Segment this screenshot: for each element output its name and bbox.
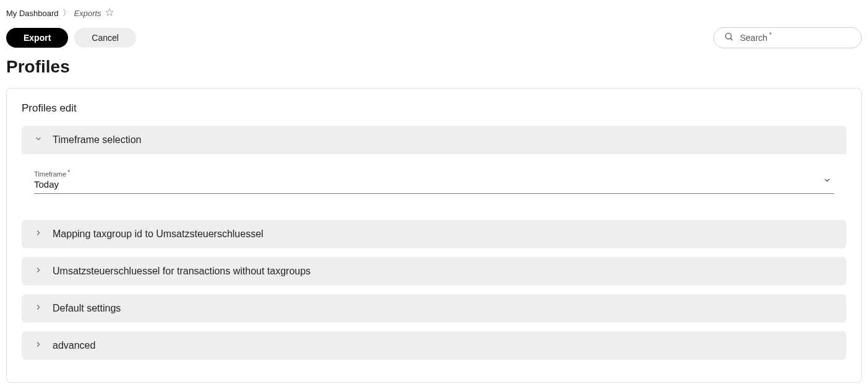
section-mapping-title: Mapping taxgroup id to Umsatzsteuerschlu… xyxy=(53,229,264,240)
section-advanced: advanced xyxy=(22,331,846,360)
breadcrumb: My Dashboard 〉 Exports xyxy=(6,6,862,25)
search-field[interactable]: Search* xyxy=(713,27,862,48)
cancel-button[interactable]: Cancel xyxy=(74,28,136,48)
breadcrumb-current[interactable]: Exports xyxy=(74,9,101,18)
export-button[interactable]: Export xyxy=(6,28,68,48)
page-title: Profiles xyxy=(6,57,862,77)
profiles-card: Profiles edit Timeframe selection Timefr… xyxy=(6,88,862,383)
breadcrumb-separator: 〉 xyxy=(62,7,71,19)
svg-line-2 xyxy=(731,38,733,40)
favorite-star-icon[interactable] xyxy=(105,8,114,19)
section-defaults-header[interactable]: Default settings xyxy=(22,294,846,323)
chevron-right-icon xyxy=(34,303,43,314)
svg-point-1 xyxy=(726,33,731,39)
section-umsatz-header[interactable]: Umsatzsteuerschluessel for transactions … xyxy=(22,257,846,286)
section-umsatz-title: Umsatzsteuerschluessel for transactions … xyxy=(53,266,311,277)
timeframe-field-label: Timeframe* xyxy=(34,170,834,178)
chevron-down-icon xyxy=(823,176,831,187)
search-placeholder-label: Search* xyxy=(740,33,771,43)
section-advanced-title: advanced xyxy=(53,340,95,351)
card-title: Profiles edit xyxy=(22,102,846,115)
section-timeframe-header[interactable]: Timeframe selection xyxy=(22,126,846,154)
section-defaults-title: Default settings xyxy=(53,303,121,314)
section-defaults: Default settings xyxy=(22,294,846,323)
section-timeframe-body: Timeframe* Today xyxy=(22,154,846,211)
timeframe-select[interactable]: Timeframe* Today xyxy=(34,169,834,194)
section-umsatz: Umsatzsteuerschluessel for transactions … xyxy=(22,257,846,286)
section-timeframe: Timeframe selection Timeframe* Today xyxy=(22,126,846,211)
chevron-right-icon xyxy=(34,340,43,351)
section-advanced-header[interactable]: advanced xyxy=(22,331,846,360)
chevron-right-icon xyxy=(34,266,43,277)
chevron-down-icon xyxy=(34,134,43,146)
section-mapping: Mapping taxgroup id to Umsatzsteuerschlu… xyxy=(22,220,846,248)
section-timeframe-title: Timeframe selection xyxy=(53,134,141,146)
section-mapping-header[interactable]: Mapping taxgroup id to Umsatzsteuerschlu… xyxy=(22,220,846,248)
breadcrumb-root[interactable]: My Dashboard xyxy=(6,9,59,18)
svg-marker-0 xyxy=(106,9,113,15)
search-icon xyxy=(724,32,740,44)
timeframe-field-value: Today xyxy=(34,179,834,190)
toolbar: Export Cancel Search* xyxy=(6,25,862,57)
chevron-right-icon xyxy=(34,229,43,240)
